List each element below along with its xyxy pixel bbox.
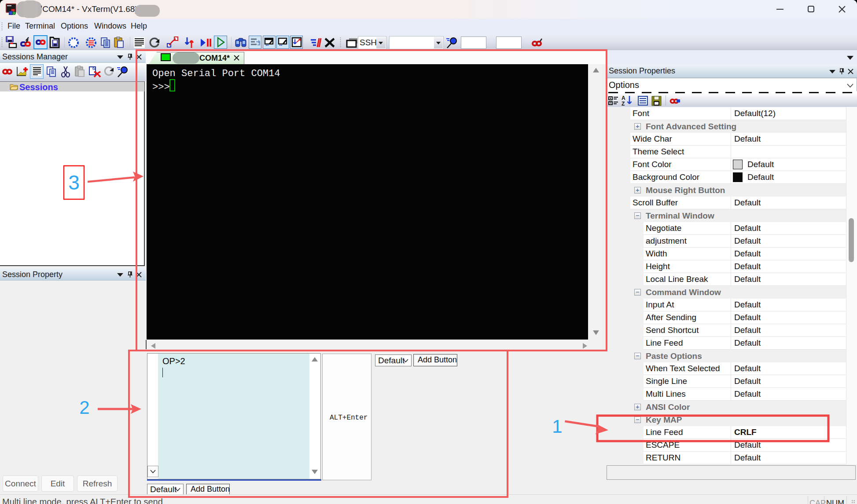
svg-text:1: 1 [552,416,562,437]
svg-text:2: 2 [79,397,89,418]
svg-text:3: 3 [68,171,80,194]
